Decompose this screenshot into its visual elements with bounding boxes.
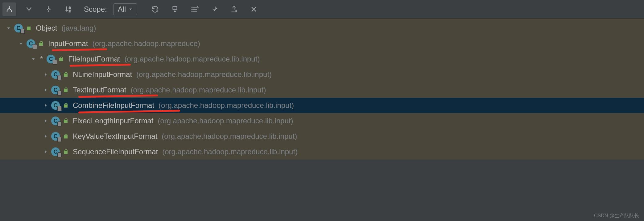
class-icon: C: [51, 117, 60, 125]
expand-all-icon[interactable]: [188, 2, 201, 16]
class-name: NLineInputFormat: [73, 70, 132, 79]
lock-icon: [63, 103, 68, 108]
class-name: FileInputFormat: [68, 55, 120, 63]
package-label: (org.apache.hadoop.mapreduce.lib.input): [136, 70, 272, 79]
scope-select[interactable]: All: [113, 3, 138, 15]
class-icon: C: [14, 24, 23, 32]
lock-icon: [63, 87, 68, 93]
tree-row[interactable]: CCombineFileInputFormat(org.apache.hadoo…: [0, 98, 644, 113]
package-label: (org.apache.hadoop.mapreduce.lib.input): [124, 55, 260, 63]
supertypes-icon[interactable]: [22, 2, 36, 16]
arrow-collapsed-icon[interactable]: [43, 102, 49, 108]
close-icon[interactable]: [247, 2, 261, 16]
arrow-collapsed-icon[interactable]: [43, 87, 49, 93]
class-icon: C: [51, 147, 60, 156]
arrow-expanded-icon[interactable]: [18, 40, 24, 47]
package-label: (org.apache.hadoop.mapreduce): [92, 39, 200, 48]
tree-row[interactable]: CObject(java.lang): [0, 20, 644, 36]
lock-icon: [63, 72, 68, 77]
arrow-collapsed-icon[interactable]: [43, 118, 49, 124]
tree-row[interactable]: *CFileInputFormat(org.apache.hadoop.mapr…: [0, 51, 644, 67]
annotation-underline: [78, 95, 158, 98]
pin-icon[interactable]: [208, 2, 221, 16]
class-icon: C: [51, 86, 60, 94]
class-icon: C: [51, 70, 60, 79]
svg-rect-2: [173, 6, 177, 9]
class-name: KeyValueTextInputFormat: [73, 132, 157, 141]
chevron-down-icon: [128, 7, 133, 11]
class-icon: C: [51, 101, 60, 110]
subtypes-icon[interactable]: [2, 2, 16, 16]
arrow-expanded-icon[interactable]: [6, 25, 12, 31]
package-label: (java.lang): [61, 24, 96, 32]
annotation-underline: [52, 48, 107, 51]
tree-row[interactable]: CFixedLengthInputFormat(org.apache.hadoo…: [0, 113, 644, 129]
package-label: (org.apache.hadoop.mapreduce.lib.input): [162, 147, 298, 156]
class-icon: C: [47, 55, 55, 63]
class-name: SequenceFileInputFormat: [73, 147, 158, 156]
class-icon: C: [27, 39, 35, 48]
lock-icon: [26, 25, 31, 31]
tree-row[interactable]: CTextInputFormat(org.apache.hadoop.mapre…: [0, 82, 644, 98]
lock-icon: [63, 118, 68, 124]
sort-icon[interactable]: az: [62, 2, 75, 16]
tree-row[interactable]: CKeyValueTextInputFormat(org.apache.hado…: [0, 129, 644, 144]
scope-label: Scope:: [84, 5, 107, 14]
package-label: (org.apache.hadoop.mapreduce.lib.input): [162, 132, 297, 141]
svg-text:z: z: [69, 9, 70, 13]
lock-icon: [63, 149, 68, 155]
class-name: TextInputFormat: [73, 86, 126, 94]
arrow-collapsed-icon[interactable]: [43, 71, 49, 78]
class-hierarchy-icon[interactable]: [42, 2, 56, 16]
refresh-icon[interactable]: [148, 2, 162, 16]
class-icon: C: [51, 132, 60, 141]
autoscroll-icon[interactable]: [168, 2, 182, 16]
toolbar: az Scope: All: [0, 0, 644, 19]
arrow-collapsed-icon[interactable]: [43, 133, 49, 139]
watermark: CSDN @生产队队长: [594, 213, 639, 219]
package-label: (org.apache.hadoop.mapreduce.lib.input): [130, 86, 266, 94]
export-icon[interactable]: [227, 2, 241, 16]
package-label: (org.apache.hadoop.mapreduce.lib.input): [158, 117, 293, 125]
svg-text:a: a: [69, 5, 71, 9]
class-name: FixedLengthInputFormat: [73, 117, 153, 125]
class-name: CombineFileInputFormat: [73, 101, 154, 110]
star-icon: *: [40, 55, 43, 63]
tree-row[interactable]: CSequenceFileInputFormat(org.apache.hado…: [0, 144, 644, 159]
annotation-underline: [70, 64, 131, 66]
tree-row[interactable]: CInputFormat(org.apache.hadoop.mapreduce…: [0, 36, 644, 51]
lock-icon: [63, 134, 68, 139]
lock-icon: [38, 41, 44, 46]
arrow-collapsed-icon[interactable]: [43, 149, 49, 155]
package-label: (org.apache.hadoop.mapreduce.lib.input): [159, 101, 294, 110]
scope-value: All: [118, 5, 126, 14]
class-name: InputFormat: [48, 39, 88, 48]
arrow-expanded-icon[interactable]: [30, 56, 36, 62]
tree-row[interactable]: CNLineInputFormat(org.apache.hadoop.mapr…: [0, 67, 644, 82]
lock-icon: [58, 56, 64, 62]
class-name: Object: [36, 24, 57, 32]
hierarchy-tree: CObject(java.lang)CInputFormat(org.apach…: [0, 19, 644, 159]
